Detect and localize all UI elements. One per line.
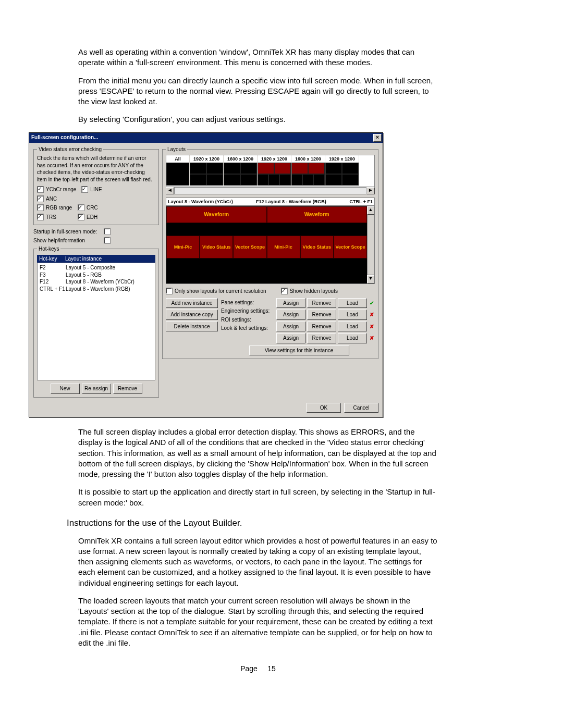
pane-settings-label: Pane settings: (221, 299, 276, 306)
assign-button[interactable]: Assign (276, 310, 305, 320)
load-button[interactable]: Load (338, 322, 367, 332)
paragraph: It is possible to start up the applicati… (78, 487, 438, 508)
pane-waveform[interactable]: Waveform (267, 206, 368, 223)
look-settings-label: Look & feel settings: (221, 325, 276, 332)
pane-minipic[interactable]: Mini-Pic (166, 236, 200, 258)
hotkey-row: F3Layout 5 - RGB (40, 272, 153, 279)
checkbox-only-current-res[interactable] (166, 288, 173, 294)
checkbox-label: Only show layouts for current resolution (175, 288, 266, 295)
hotkey-row: F2Layout 5 - Composite (40, 264, 153, 272)
checkbox-label: ANC (46, 195, 57, 203)
assign-button[interactable]: Assign (276, 322, 305, 332)
new-button[interactable]: New (51, 384, 80, 394)
checkbox-label: CRC (87, 204, 98, 212)
group-hotkeys: Hot-keys Hot-key Layout instance F2Layou… (33, 245, 159, 398)
group-legend: Hot-keys (37, 245, 60, 253)
pane-video-status[interactable]: Video Status (200, 236, 233, 258)
load-button[interactable]: Load (338, 310, 367, 320)
selected-layout-preview[interactable]: Waveform Mini-Pic Video Status Vector Sc… (166, 206, 375, 284)
paragraph: From the initial menu you can directly l… (78, 76, 438, 107)
page-footer: Page 15 (78, 664, 438, 674)
checkbox-show-help[interactable] (104, 237, 111, 244)
paragraph: The loaded screen layouts that match you… (78, 596, 438, 648)
reassign-button[interactable]: Re-assign (82, 384, 111, 394)
paragraph: OmniTek XR contains a full screen layout… (78, 536, 438, 588)
checkbox-label: TRS (46, 214, 56, 221)
selected-a: Layout 8 - Waveform (YCbCr) (168, 199, 256, 205)
group-description: Check the items which will determine if … (37, 155, 155, 183)
checkbox-label: RGB range (46, 204, 72, 212)
close-icon[interactable]: × (373, 134, 382, 142)
selected-b: F12 Layout 8 - Waveform (RGB) (256, 199, 344, 205)
ok-button[interactable]: OK (307, 403, 341, 413)
pane-minipic[interactable]: Mini-Pic (267, 236, 300, 258)
checkbox-label: YCbCr range (46, 186, 76, 193)
hotkey-row: F12Layout 8 - Waveform (YCbCr) (40, 278, 153, 286)
titlebar: Full-screen configuration... × (29, 133, 383, 143)
add-instance-button[interactable]: Add new instance (166, 298, 218, 309)
assign-button[interactable]: Assign (276, 333, 305, 343)
checkbox-edh[interactable] (78, 214, 84, 220)
pane-video-status[interactable]: Video Status (300, 236, 334, 258)
checkbox-label: LINE (90, 186, 102, 193)
remove-button[interactable]: Remove (113, 384, 142, 394)
checkbox-label: EDH (87, 214, 97, 221)
remove-button[interactable]: Remove (307, 310, 336, 320)
selected-c: CTRL + F1 (344, 199, 373, 205)
roi-settings-label: ROI settings: (221, 316, 276, 324)
hotkey-header: Hot-key Layout instance (37, 255, 155, 263)
checkbox-ycbcr[interactable] (37, 186, 44, 193)
paragraph: The full screen display includes a globa… (78, 427, 438, 479)
hotkey-header-instance: Layout instance (65, 255, 102, 263)
view-settings-button[interactable]: View settings for this instance (249, 346, 349, 356)
startup-label: Startup in full-screen mode: (33, 228, 104, 236)
checkbox-crc[interactable] (78, 204, 84, 211)
group-layouts: Layouts All 1920 x 1200 1600 x 1200 1920… (162, 146, 378, 360)
hotkey-list[interactable]: F2Layout 5 - Composite F3Layout 5 - RGB … (37, 263, 155, 380)
scroll-left-icon[interactable]: ◄ (166, 187, 174, 194)
pane-vectorscope[interactable]: Vector Scope (334, 236, 367, 258)
paragraph: As well as operating within a convention… (78, 47, 438, 68)
section-heading: Instructions for the use of the Layout B… (67, 517, 438, 529)
paragraph: By selecting 'Configuration', you can ad… (78, 114, 438, 125)
x-icon: ✘ (369, 323, 375, 329)
copy-instance-button[interactable]: Add instance copy (166, 310, 218, 320)
scroll-down-icon[interactable]: ▼ (367, 275, 374, 283)
checkbox-startup-fullscreen[interactable] (104, 228, 111, 235)
assign-button[interactable]: Assign (276, 298, 305, 309)
load-button[interactable]: Load (338, 333, 367, 343)
checkbox-label: Show hidden layouts (290, 288, 338, 295)
selected-layout-header: Layout 8 - Waveform (YCbCr) F12 Layout 8… (166, 198, 375, 206)
group-video-status: Video status error checking Check the it… (33, 146, 159, 226)
window-title: Full-screen configuration... (31, 134, 373, 141)
scroll-right-icon[interactable]: ► (366, 187, 375, 194)
hotkey-row: CTRL + F1Layout 8 - Waveform (RGB) (40, 286, 153, 293)
remove-button[interactable]: Remove (307, 333, 336, 343)
x-icon: ✘ (369, 335, 375, 341)
checkbox-trs[interactable] (37, 214, 44, 220)
load-button[interactable]: Load (338, 298, 367, 309)
group-legend: Video status error checking (37, 146, 103, 153)
group-legend: Layouts (166, 146, 187, 153)
hotkey-header-key: Hot-key (39, 255, 65, 263)
x-icon: ✘ (369, 312, 375, 318)
dialog-screenshot: Full-screen configuration... × Video sta… (29, 132, 438, 418)
remove-button[interactable]: Remove (307, 298, 336, 309)
remove-button[interactable]: Remove (307, 322, 336, 332)
delete-instance-button[interactable]: Delete instance (166, 322, 218, 332)
cancel-button[interactable]: Cancel (344, 403, 378, 413)
checkbox-rgb[interactable] (37, 204, 44, 211)
check-icon: ✔ (369, 300, 375, 306)
layout-thumbnails[interactable]: All 1920 x 1200 1600 x 1200 1920 x 1200 … (166, 155, 375, 187)
showhelp-label: Show help/information (33, 237, 104, 244)
eng-settings-label: Engineering settings: (221, 307, 276, 315)
checkbox-line[interactable] (81, 186, 88, 193)
checkbox-anc[interactable] (37, 195, 44, 202)
pane-waveform[interactable]: Waveform (166, 206, 267, 223)
pane-vectorscope[interactable]: Vector Scope (233, 236, 266, 258)
thumbnails-scrollbar[interactable]: ◄ ► (166, 187, 375, 194)
scroll-up-icon[interactable]: ▲ (367, 206, 374, 215)
checkbox-show-hidden[interactable] (281, 288, 288, 294)
